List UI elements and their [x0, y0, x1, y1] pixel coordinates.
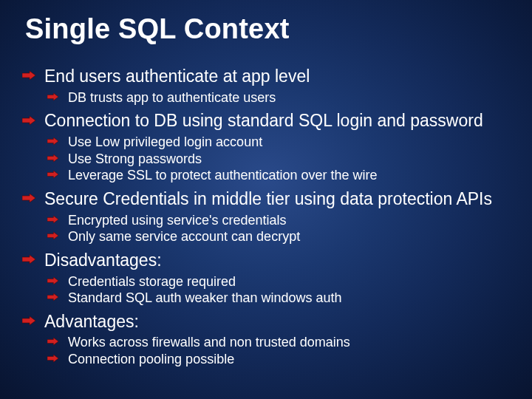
list-item-text: Advantages:	[44, 312, 139, 331]
list-item: Advantages: Works across firewalls and n…	[22, 311, 511, 368]
list-item-text: Credentials storage required	[68, 274, 236, 289]
list-item-text: Use Low privileged login account	[68, 134, 262, 149]
bullet-icon	[47, 338, 58, 345]
bullet-icon	[47, 277, 58, 284]
bullet-icon	[22, 255, 35, 264]
list-item: Use Low privileged login account	[47, 134, 511, 151]
list-item: End users authenticate at app level DB t…	[22, 66, 511, 106]
list-item: Leverage SSL to protect authentication o…	[47, 167, 511, 184]
sub-list: DB trusts app to authenticate users	[44, 89, 511, 106]
sub-list: Credentials storage required Standard SQ…	[44, 273, 511, 307]
list-item: Connection to DB using standard SQL logi…	[22, 110, 511, 183]
list-item-text: Leverage SSL to protect authentication o…	[68, 168, 378, 183]
sub-list: Encrypted using service's credentials On…	[44, 212, 511, 245]
list-item: Works across firewalls and non trusted d…	[47, 334, 511, 351]
sub-list: Works across firewalls and non trusted d…	[44, 334, 511, 367]
bullet-icon	[22, 116, 35, 125]
list-item-text: DB trusts app to authenticate users	[68, 90, 276, 105]
list-item-text: End users authenticate at app level	[44, 66, 310, 86]
list-item: Connection pooling possible	[47, 351, 511, 368]
list-item: Secure Credentials in middle tier using …	[22, 188, 511, 245]
list-item-text: Use Strong passwords	[68, 151, 202, 166]
bullet-list: End users authenticate at app level DB t…	[22, 66, 511, 367]
list-item-text: Standard SQL auth weaker than windows au…	[68, 290, 342, 305]
bullet-icon	[47, 293, 58, 301]
list-item-text: Connection to DB using standard SQL logi…	[44, 111, 483, 130]
list-item-text: Secure Credentials in middle tier using …	[44, 189, 492, 208]
list-item-text: Disadvantages:	[44, 250, 162, 270]
list-item: Credentials storage required	[47, 273, 511, 290]
slide: Single SQL Context End users authenticat…	[0, 0, 532, 367]
list-item: Only same service account can decrypt	[47, 228, 511, 245]
bullet-icon	[47, 216, 58, 223]
list-item: Encrypted using service's credentials	[47, 212, 511, 229]
list-item: Disadvantages: Credentials storage requi…	[22, 250, 511, 307]
bullet-icon	[47, 355, 58, 362]
list-item-text: Encrypted using service's credentials	[68, 213, 287, 228]
bullet-icon	[47, 171, 58, 178]
bullet-icon	[47, 232, 58, 239]
list-item-text: Connection pooling possible	[68, 352, 234, 366]
list-item: Use Strong passwords	[47, 151, 511, 168]
bullet-icon	[47, 137, 58, 145]
slide-title: Single SQL Context	[25, 13, 511, 45]
bullet-icon	[22, 71, 35, 80]
list-item: DB trusts app to authenticate users	[47, 89, 511, 106]
list-item-text: Works across firewalls and non trusted d…	[68, 335, 350, 349]
sub-list: Use Low privileged login account Use Str…	[44, 134, 511, 184]
list-item: Standard SQL auth weaker than windows au…	[47, 290, 511, 307]
bullet-icon	[47, 154, 58, 162]
bullet-icon	[47, 93, 58, 100]
bullet-icon	[22, 194, 35, 202]
list-item-text: Only same service account can decrypt	[68, 229, 300, 244]
bullet-icon	[22, 316, 35, 325]
